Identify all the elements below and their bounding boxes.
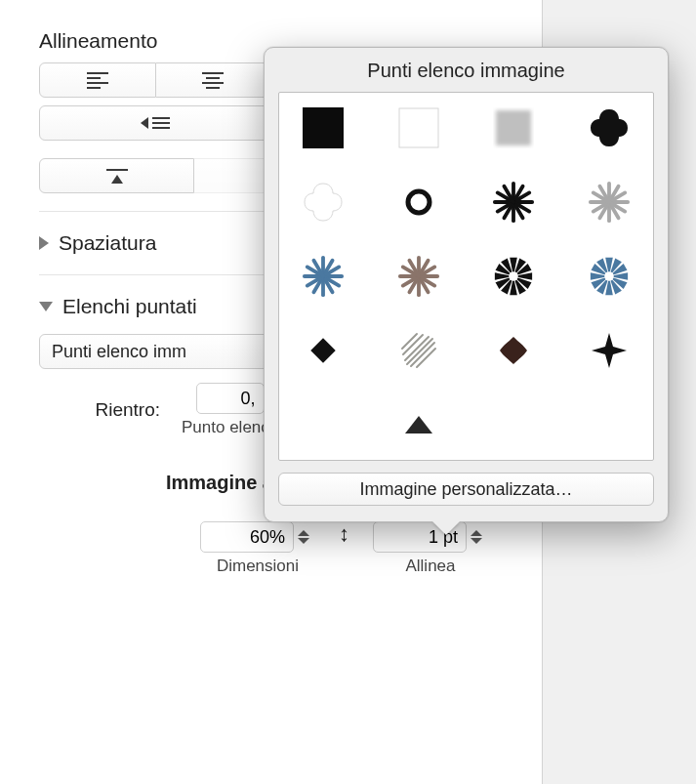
burst-brown-icon <box>397 254 440 299</box>
sunray-black-icon <box>492 254 535 299</box>
bullet-option-quatrefoil-black[interactable] <box>588 106 631 149</box>
bullet-size-label: Dimensioni <box>217 557 299 576</box>
burst-blue-icon <box>302 254 345 299</box>
bullet-option-circle-outline[interactable] <box>397 181 440 224</box>
align-left-button[interactable] <box>39 62 156 98</box>
bullet-option-burst-brown[interactable] <box>397 255 440 298</box>
bullet-option-quatrefoil-white[interactable] <box>302 181 345 224</box>
vertical-align-icon: ↕ <box>337 521 351 576</box>
scribble-gray-icon <box>398 330 439 371</box>
align-left-icon <box>87 72 108 89</box>
spacing-label: Spaziatura <box>59 231 156 255</box>
bullet-option-tri-black[interactable] <box>397 403 440 446</box>
svg-point-3 <box>408 191 430 213</box>
indent-label: Rientro: <box>39 399 164 421</box>
svg-rect-1 <box>399 108 438 147</box>
square-black-icon <box>303 107 344 148</box>
square-white-icon <box>398 107 439 148</box>
svg-point-52 <box>510 271 519 281</box>
bullet-option-square-black[interactable] <box>302 106 345 149</box>
bullet-option-star4-black[interactable] <box>588 329 631 372</box>
bullet-option-scribble-gray[interactable] <box>397 329 440 372</box>
bullet-type-value: Punti elenco imm <box>52 342 186 362</box>
svg-rect-54 <box>310 338 335 362</box>
star4-black-icon <box>590 331 629 370</box>
bullet-option-burst-gray[interactable] <box>588 181 631 224</box>
svg-rect-0 <box>303 107 344 148</box>
svg-rect-2 <box>496 110 531 145</box>
bullet-image-popover: Punti elenco immagine <box>264 47 669 522</box>
decrease-indent-icon <box>141 117 170 129</box>
square-gray-icon <box>493 107 534 148</box>
triangle-black-icon <box>405 416 432 433</box>
bullet-grid <box>293 106 639 446</box>
burst-gray-icon <box>588 180 631 225</box>
diamond-brown-icon <box>497 334 530 367</box>
burst-black-icon <box>492 180 535 225</box>
diamond-black-icon <box>308 336 338 365</box>
svg-point-53 <box>604 271 614 281</box>
bullet-option-square-white[interactable] <box>397 106 440 149</box>
decrease-indent-button[interactable] <box>39 105 271 141</box>
disclosure-triangle-closed-icon <box>39 236 49 250</box>
bullet-option-diamond-brown[interactable] <box>492 329 535 372</box>
popover-title: Punti elenco immagine <box>278 60 654 82</box>
bullets-label: Elenchi puntati <box>62 295 197 318</box>
circle-outline-icon <box>404 187 433 217</box>
valign-top-button[interactable] <box>39 158 194 193</box>
sunray-blue-icon <box>588 254 631 299</box>
disclosure-triangle-open-icon <box>39 302 53 311</box>
bullet-option-square-gray[interactable] <box>492 106 535 149</box>
align-center-button[interactable] <box>156 62 272 98</box>
bullet-option-burst-blue[interactable] <box>302 255 345 298</box>
bullet-align-label: Allinea <box>405 557 455 576</box>
bullet-option-sunray-blue[interactable] <box>588 255 631 298</box>
bullet-size-input[interactable] <box>200 521 294 553</box>
custom-image-button[interactable]: Immagine personalizzata… <box>278 473 654 506</box>
bullet-size-stepper[interactable] <box>298 521 315 553</box>
bullet-option-sunray-black[interactable] <box>492 255 535 298</box>
quatrefoil-white-icon <box>303 182 344 223</box>
valign-top-icon <box>106 169 128 184</box>
bullet-indent-input[interactable] <box>196 383 265 414</box>
bullet-align-stepper[interactable] <box>471 521 488 553</box>
quatrefoil-black-icon <box>589 107 630 148</box>
bullet-option-burst-black[interactable] <box>492 181 535 224</box>
bullet-grid-container <box>278 92 654 461</box>
align-center-icon <box>202 72 224 89</box>
bullet-option-diamond-black[interactable] <box>302 329 345 372</box>
